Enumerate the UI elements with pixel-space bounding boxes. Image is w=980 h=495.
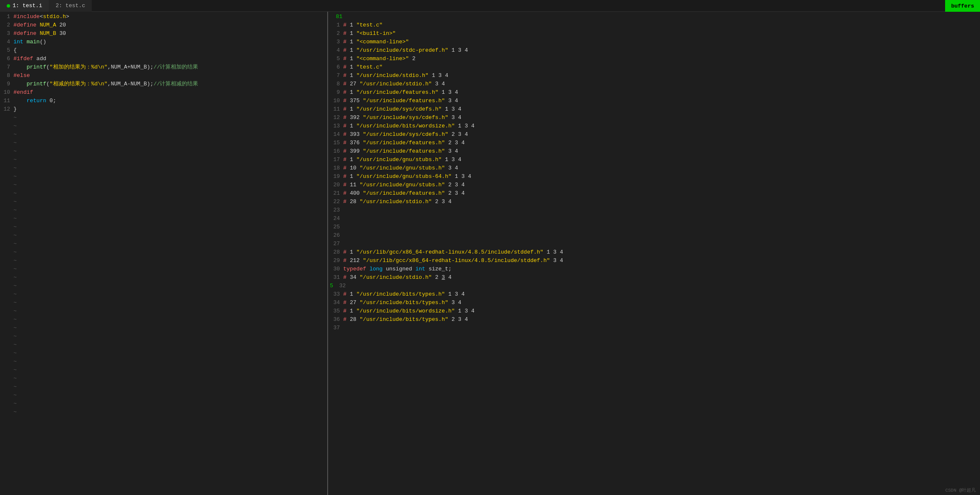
rp-line-33: 33 # 1 "/usr/include/bits/types.h" 1 3 4 — [328, 290, 980, 299]
tilde-line: ~ — [0, 172, 327, 181]
tilde-line: ~ — [0, 189, 327, 198]
tab-bar: 1: test.i 2: test.c buffers — [0, 0, 980, 12]
tilde-line: ~ — [0, 181, 327, 189]
rp-line-16: 16 # 399 "/usr/include/features.h" 3 4 — [328, 147, 980, 156]
ln-1: 1 — [0, 13, 13, 21]
rp-line-29: 29 # 212 "/usr/lib/gcc/x86_64-redhat-lin… — [328, 257, 980, 265]
left-code-area: 1 #include<stdio.h> 2 #define NUM_A 20 3… — [0, 12, 327, 495]
tilde-line: ~ — [0, 400, 327, 408]
rp-line-4: 4 # 1 "/usr/include/stdc-predef.h" 1 3 4 — [328, 46, 980, 55]
tilde-line: ~ — [0, 214, 327, 223]
code-line-4: 4 int main() — [0, 38, 327, 46]
rp-line-21: 21 # 400 "/usr/include/features.h" 2 3 4 — [328, 189, 980, 198]
rp-line-14: 14 # 393 "/usr/include/sys/cdefs.h" 2 3 … — [328, 130, 980, 139]
rp-line-15: 15 # 376 "/usr/include/features.h" 2 3 4 — [328, 139, 980, 147]
tilde-line: ~ — [0, 315, 327, 324]
rp-line-20: 20 # 11 "/usr/include/gnu/stubs.h" 2 3 4 — [328, 181, 980, 189]
main-container: 1 #include<stdio.h> 2 #define NUM_A 20 3… — [0, 12, 980, 495]
code-line-10: 10 #endif — [0, 88, 327, 97]
rp-line-13: 13 # 1 "/usr/include/bits/wordsize.h" 1 … — [328, 122, 980, 130]
rp-line-2: 2 # 1 "<built-in>" — [328, 29, 980, 38]
tilde-line: ~ — [0, 408, 327, 416]
tilde-line: ~ — [0, 240, 327, 248]
rp-line-32: 532 — [328, 282, 980, 290]
tilde-line: ~ — [0, 206, 327, 214]
rp-line-27: 27 — [328, 240, 980, 248]
right-code-area: 81 1 # 1 "test.c" 2 # 1 "<built-in>" 3 #… — [328, 12, 980, 495]
rp-line-5: 5 # 1 "<command-line>" 2 — [328, 55, 980, 63]
tilde-line: ~ — [0, 147, 327, 156]
rp-line-22: 22 # 28 "/usr/include/stdio.h" 2 3 4 — [328, 198, 980, 206]
rp-line-10: 10 # 375 "/usr/include/features.h" 3 4 — [328, 97, 980, 105]
rp-line-28: 28 # 1 "/usr/lib/gcc/x86_64-redhat-linux… — [328, 248, 980, 257]
tilde-line: ~ — [0, 391, 327, 400]
left-pane: 1 #include<stdio.h> 2 #define NUM_A 20 3… — [0, 12, 328, 495]
tilde-line: ~ — [0, 366, 327, 374]
tilde-line: ~ — [0, 357, 327, 366]
rp-line-34: 34 # 27 "/usr/include/bits/types.h" 3 4 — [328, 299, 980, 307]
tilde-line: ~ — [0, 231, 327, 240]
rp-line-8: 8 # 27 "/usr/include/stdio.h" 3 4 — [328, 80, 980, 88]
rp-line-31: 31 # 34 "/usr/include/stdio.h" 2 3 4 — [328, 273, 980, 282]
rp-line-11: 11 # 1 "/usr/include/sys/cdefs.h" 1 3 4 — [328, 105, 980, 114]
tilde-line: ~ — [0, 114, 327, 122]
tilde-line: ~ — [0, 374, 327, 383]
tilde-line: ~ — [0, 383, 327, 391]
rp-line-17: 17 # 1 "/usr/include/gnu/stubs.h" 1 3 4 — [328, 156, 980, 164]
rp-line-36: 36 # 28 "/usr/include/bits/types.h" 2 3 … — [328, 315, 980, 324]
tab-test-c[interactable]: 2: test.c — [49, 0, 92, 12]
tilde-line: ~ — [0, 265, 327, 273]
tilde-line: ~ — [0, 164, 327, 172]
rp-line-9: 9 # 1 "/usr/include/features.h" 1 3 4 — [328, 88, 980, 97]
right-pane: 81 1 # 1 "test.c" 2 # 1 "<built-in>" 3 #… — [328, 12, 980, 495]
rp-line-19: 19 # 1 "/usr/include/gnu/stubs-64.h" 1 3… — [328, 172, 980, 181]
code-line-7: 7 printf("相加的结果为：%d\n",NUM_A+NUM_B);//计算… — [0, 63, 327, 71]
rp-line-7: 7 # 1 "/usr/include/stdio.h" 1 3 4 — [328, 71, 980, 80]
rp-line-26: 26 — [328, 231, 980, 240]
watermark: CSDN @叶超凡 — [945, 487, 976, 493]
right-top-linenum: 81 — [328, 13, 345, 21]
rp-line-25: 25 — [328, 223, 980, 231]
tilde-line: ~ — [0, 341, 327, 349]
rp-line-37: 37 — [328, 324, 980, 332]
code-line-5: 5 { — [0, 46, 327, 55]
tilde-line: ~ — [0, 282, 327, 290]
tilde-line: ~ — [0, 198, 327, 206]
tilde-line: ~ — [0, 332, 327, 341]
tilde-line: ~ — [0, 290, 327, 299]
rp-line-24: 24 — [328, 214, 980, 223]
tilde-line: ~ — [0, 139, 327, 147]
tilde-line: ~ — [0, 130, 327, 139]
tab-test-i[interactable]: 1: test.i — [0, 0, 49, 12]
tilde-line: ~ — [0, 122, 327, 130]
tilde-line: ~ — [0, 299, 327, 307]
tilde-line: ~ — [0, 257, 327, 265]
code-line-6: 6 #ifdef add — [0, 55, 327, 63]
rp-line-3: 3 # 1 "<command-line>" — [328, 38, 980, 46]
tilde-line: ~ — [0, 156, 327, 164]
code-line-2: 2 #define NUM_A 20 — [0, 21, 327, 29]
tilde-line: ~ — [0, 248, 327, 257]
tilde-line: ~ — [0, 273, 327, 282]
tilde-line: ~ — [0, 349, 327, 357]
buffers-button[interactable]: buffers — [945, 0, 980, 12]
code-line-9: 9 printf("相减的结果为：%d\n",NUM_A-NUM_B);//计算… — [0, 80, 327, 88]
code-line-3: 3 #define NUM_B 30 — [0, 29, 327, 38]
code-line-12: 12 } — [0, 105, 327, 114]
tilde-line: ~ — [0, 223, 327, 231]
rp-line-12: 12 # 392 "/usr/include/sys/cdefs.h" 3 4 — [328, 114, 980, 122]
tilde-line: ~ — [0, 307, 327, 315]
code-line-1: 1 #include<stdio.h> — [0, 13, 327, 21]
code-line-8: 8 #else — [0, 71, 327, 80]
tab-test-c-label: 2: test.c — [56, 3, 85, 9]
rp-line-30: 30 typedef long unsigned int size_t; — [328, 265, 980, 273]
rp-line-18: 18 # 10 "/usr/include/gnu/stubs.h" 3 4 — [328, 164, 980, 172]
rp-line-6: 6 # 1 "test.c" — [328, 63, 980, 71]
code-line-11: 11 return 0; — [0, 97, 327, 105]
tilde-line: ~ — [0, 324, 327, 332]
rp-line-35: 35 # 1 "/usr/include/bits/wordsize.h" 1 … — [328, 307, 980, 315]
tab-test-i-label: 1: test.i — [13, 3, 42, 9]
rp-line-23: 23 — [328, 206, 980, 214]
rp-line-1: 1 # 1 "test.c" — [328, 21, 980, 29]
